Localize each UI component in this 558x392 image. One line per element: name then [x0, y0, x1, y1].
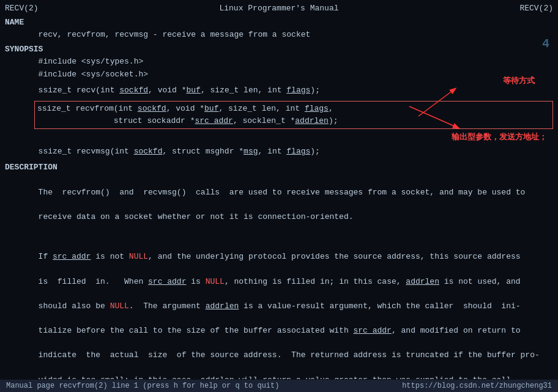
name-content: recv, recvfrom, recvmsg - receive a mess… — [5, 29, 553, 41]
waiting-mode-label: 等待方式 — [503, 75, 535, 86]
header-right: RECV(2) — [519, 4, 553, 13]
recvfrom-section: ssize_t recvfrom(int sockfd, void *buf, … — [5, 101, 553, 129]
output-param-arrow — [354, 103, 483, 134]
header-left: RECV(2) — [5, 4, 39, 13]
svg-line-1 — [409, 106, 458, 128]
synopsis-label: SYNOPSIS — [5, 43, 553, 56]
status-bar: Manual page recvfrom(2) line 1 (press h … — [0, 380, 558, 392]
output-param-label: 输出型参数，发送方地址； — [452, 131, 547, 142]
status-right: https://blog.csdn.net/zhungcheng31 — [402, 382, 552, 390]
section-name: NAME recv, recvfrom, recvmsg - receive a… — [5, 17, 553, 41]
description-label: DESCRIPTION — [5, 161, 553, 174]
status-left: Manual page recvfrom(2) line 1 (press h … — [6, 382, 279, 390]
main-content: RECV(2) Linux Programmer's Manual RECV(2… — [0, 0, 558, 379]
synopsis-recvmsg: ssize_t recvmsg(int sockfd, struct msghd… — [5, 146, 553, 158]
header-bar: RECV(2) Linux Programmer's Manual RECV(2… — [5, 4, 553, 13]
synopsis-include1: #include <sys/types.h> — [5, 56, 553, 68]
desc-para2: If src_addr is not NULL, and the underly… — [5, 239, 553, 379]
page-number: 4 — [542, 37, 549, 51]
desc-para1: The recvfrom() and recvmsg() calls are u… — [5, 174, 553, 235]
header-center: Linux Programmer's Manual — [219, 4, 338, 13]
name-label: NAME — [5, 17, 553, 29]
synopsis-include2: #include <sys/socket.h> — [5, 68, 553, 81]
section-synopsis: SYNOPSIS #include <sys/types.h> #include… — [5, 43, 553, 158]
section-description: DESCRIPTION The recvfrom() and recvmsg()… — [5, 161, 553, 379]
